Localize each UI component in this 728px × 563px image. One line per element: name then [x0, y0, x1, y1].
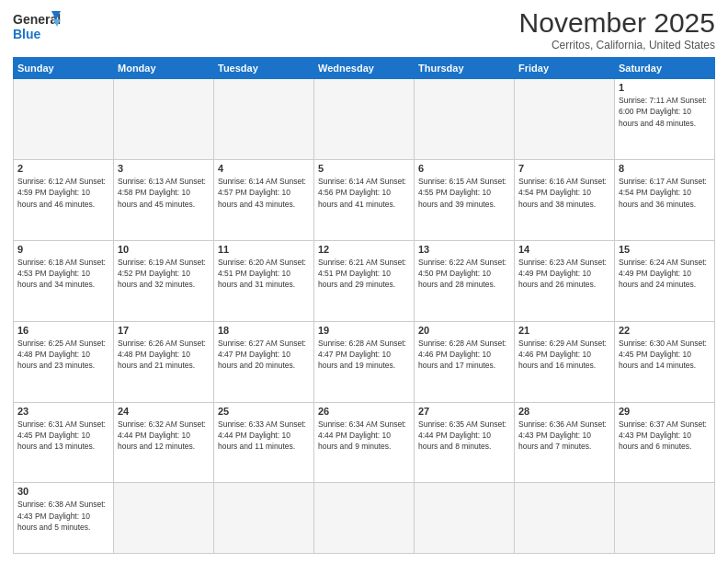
day-info: Sunrise: 6:18 AM Sunset: 4:53 PM Dayligh… [17, 257, 109, 291]
calendar-header-day: Thursday [415, 58, 515, 79]
calendar-cell: 2Sunrise: 6:12 AM Sunset: 4:59 PM Daylig… [14, 159, 114, 240]
day-info: Sunrise: 6:17 AM Sunset: 4:54 PM Dayligh… [619, 176, 711, 210]
day-info: Sunrise: 6:19 AM Sunset: 4:52 PM Dayligh… [118, 257, 210, 291]
day-number: 23 [17, 406, 109, 417]
day-number: 22 [619, 325, 711, 336]
calendar-cell: 15Sunrise: 6:24 AM Sunset: 4:49 PM Dayli… [615, 240, 715, 321]
calendar-cell: 11Sunrise: 6:20 AM Sunset: 4:51 PM Dayli… [214, 240, 314, 321]
calendar-cell [415, 483, 515, 554]
day-number: 17 [118, 325, 210, 336]
location: Cerritos, California, United States [519, 39, 715, 52]
day-number: 26 [318, 406, 410, 417]
calendar-week-row: 30Sunrise: 6:38 AM Sunset: 4:43 PM Dayli… [14, 483, 715, 554]
calendar-cell: 26Sunrise: 6:34 AM Sunset: 4:44 PM Dayli… [314, 402, 415, 483]
day-number: 19 [318, 325, 410, 336]
day-info: Sunrise: 6:21 AM Sunset: 4:51 PM Dayligh… [318, 257, 410, 291]
day-number: 11 [218, 244, 310, 255]
day-info: Sunrise: 6:25 AM Sunset: 4:48 PM Dayligh… [17, 338, 109, 372]
day-number: 29 [619, 406, 711, 417]
title-block: November 2025 Cerritos, California, Unit… [519, 9, 715, 52]
day-info: Sunrise: 6:22 AM Sunset: 4:50 PM Dayligh… [418, 257, 510, 291]
day-number: 30 [17, 486, 109, 497]
calendar-cell [214, 483, 314, 554]
day-number: 9 [17, 244, 109, 255]
calendar-cell: 19Sunrise: 6:28 AM Sunset: 4:47 PM Dayli… [314, 321, 415, 402]
calendar-table: SundayMondayTuesdayWednesdayThursdayFrid… [13, 57, 715, 554]
calendar-header-day: Saturday [615, 58, 715, 79]
day-info: Sunrise: 6:20 AM Sunset: 4:51 PM Dayligh… [218, 257, 310, 291]
day-info: Sunrise: 6:33 AM Sunset: 4:44 PM Dayligh… [218, 419, 310, 453]
calendar-cell: 17Sunrise: 6:26 AM Sunset: 4:48 PM Dayli… [114, 321, 214, 402]
calendar-cell: 6Sunrise: 6:15 AM Sunset: 4:55 PM Daylig… [415, 159, 515, 240]
header: General Blue November 2025 Cerritos, Cal… [13, 9, 715, 52]
day-number: 13 [418, 244, 510, 255]
day-info: Sunrise: 6:14 AM Sunset: 4:57 PM Dayligh… [218, 176, 310, 210]
calendar-week-row: 9Sunrise: 6:18 AM Sunset: 4:53 PM Daylig… [14, 240, 715, 321]
calendar-cell: 1Sunrise: 7:11 AM Sunset: 6:00 PM Daylig… [615, 79, 715, 160]
day-number: 16 [17, 325, 109, 336]
calendar-cell: 10Sunrise: 6:19 AM Sunset: 4:52 PM Dayli… [114, 240, 214, 321]
calendar-cell: 18Sunrise: 6:27 AM Sunset: 4:47 PM Dayli… [214, 321, 314, 402]
calendar-header-row: SundayMondayTuesdayWednesdayThursdayFrid… [14, 58, 715, 79]
calendar-week-row: 23Sunrise: 6:31 AM Sunset: 4:45 PM Dayli… [14, 402, 715, 483]
generalblue-logo-icon: General Blue [13, 9, 61, 42]
day-info: Sunrise: 6:28 AM Sunset: 4:46 PM Dayligh… [418, 338, 510, 372]
calendar-cell: 14Sunrise: 6:23 AM Sunset: 4:49 PM Dayli… [515, 240, 615, 321]
day-number: 20 [418, 325, 510, 336]
day-info: Sunrise: 6:27 AM Sunset: 4:47 PM Dayligh… [218, 338, 310, 372]
calendar-cell: 3Sunrise: 6:13 AM Sunset: 4:58 PM Daylig… [114, 159, 214, 240]
day-number: 6 [418, 163, 510, 174]
svg-text:Blue: Blue [13, 27, 41, 41]
calendar-cell: 27Sunrise: 6:35 AM Sunset: 4:44 PM Dayli… [415, 402, 515, 483]
day-info: Sunrise: 6:24 AM Sunset: 4:49 PM Dayligh… [619, 257, 711, 291]
day-number: 15 [619, 244, 711, 255]
day-number: 18 [218, 325, 310, 336]
day-info: Sunrise: 6:28 AM Sunset: 4:47 PM Dayligh… [318, 338, 410, 372]
calendar-cell: 9Sunrise: 6:18 AM Sunset: 4:53 PM Daylig… [14, 240, 114, 321]
day-number: 2 [17, 163, 109, 174]
day-number: 24 [118, 406, 210, 417]
calendar-week-row: 1Sunrise: 7:11 AM Sunset: 6:00 PM Daylig… [14, 79, 715, 160]
calendar-header-day: Sunday [14, 58, 114, 79]
day-info: Sunrise: 6:14 AM Sunset: 4:56 PM Dayligh… [318, 176, 410, 210]
calendar-header-day: Friday [515, 58, 615, 79]
day-info: Sunrise: 6:30 AM Sunset: 4:45 PM Dayligh… [619, 338, 711, 372]
day-info: Sunrise: 6:26 AM Sunset: 4:48 PM Dayligh… [118, 338, 210, 372]
calendar-cell: 21Sunrise: 6:29 AM Sunset: 4:46 PM Dayli… [515, 321, 615, 402]
calendar-cell: 30Sunrise: 6:38 AM Sunset: 4:43 PM Dayli… [14, 483, 114, 554]
day-info: Sunrise: 6:31 AM Sunset: 4:45 PM Dayligh… [17, 419, 109, 453]
calendar-cell: 5Sunrise: 6:14 AM Sunset: 4:56 PM Daylig… [314, 159, 415, 240]
day-info: Sunrise: 6:29 AM Sunset: 4:46 PM Dayligh… [518, 338, 610, 372]
day-number: 8 [619, 163, 711, 174]
day-info: Sunrise: 6:37 AM Sunset: 4:43 PM Dayligh… [619, 419, 711, 453]
day-info: Sunrise: 6:36 AM Sunset: 4:43 PM Dayligh… [518, 419, 610, 453]
calendar-header-day: Wednesday [314, 58, 415, 79]
day-number: 1 [619, 82, 711, 93]
day-info: Sunrise: 6:23 AM Sunset: 4:49 PM Dayligh… [518, 257, 610, 291]
logo: General Blue [13, 9, 61, 42]
calendar-cell: 7Sunrise: 6:16 AM Sunset: 4:54 PM Daylig… [515, 159, 615, 240]
day-info: Sunrise: 7:11 AM Sunset: 6:00 PM Dayligh… [619, 95, 711, 129]
day-info: Sunrise: 6:32 AM Sunset: 4:44 PM Dayligh… [118, 419, 210, 453]
calendar-header-day: Tuesday [214, 58, 314, 79]
calendar-cell: 25Sunrise: 6:33 AM Sunset: 4:44 PM Dayli… [214, 402, 314, 483]
day-number: 5 [318, 163, 410, 174]
calendar-cell: 23Sunrise: 6:31 AM Sunset: 4:45 PM Dayli… [14, 402, 114, 483]
calendar-cell: 29Sunrise: 6:37 AM Sunset: 4:43 PM Dayli… [615, 402, 715, 483]
calendar-cell: 8Sunrise: 6:17 AM Sunset: 4:54 PM Daylig… [615, 159, 715, 240]
day-number: 14 [518, 244, 610, 255]
day-number: 10 [118, 244, 210, 255]
day-info: Sunrise: 6:15 AM Sunset: 4:55 PM Dayligh… [418, 176, 510, 210]
calendar-cell: 13Sunrise: 6:22 AM Sunset: 4:50 PM Dayli… [415, 240, 515, 321]
day-number: 28 [518, 406, 610, 417]
calendar-week-row: 2Sunrise: 6:12 AM Sunset: 4:59 PM Daylig… [14, 159, 715, 240]
calendar-cell [114, 483, 214, 554]
day-number: 3 [118, 163, 210, 174]
calendar-cell [214, 79, 314, 160]
calendar-cell: 4Sunrise: 6:14 AM Sunset: 4:57 PM Daylig… [214, 159, 314, 240]
calendar-cell: 22Sunrise: 6:30 AM Sunset: 4:45 PM Dayli… [615, 321, 715, 402]
day-info: Sunrise: 6:34 AM Sunset: 4:44 PM Dayligh… [318, 419, 410, 453]
day-number: 4 [218, 163, 310, 174]
calendar-cell [14, 79, 114, 160]
calendar-cell [314, 79, 415, 160]
